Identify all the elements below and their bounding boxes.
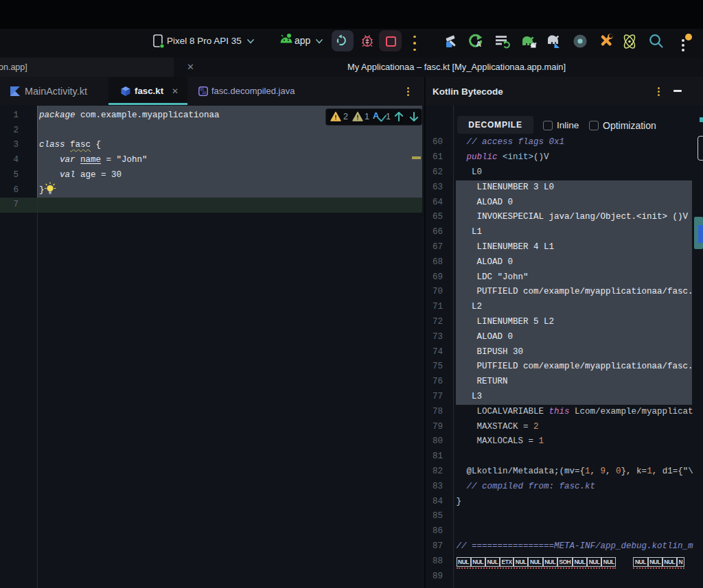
svg-text:A: A (476, 40, 482, 48)
svg-text:10: 10 (202, 91, 206, 95)
